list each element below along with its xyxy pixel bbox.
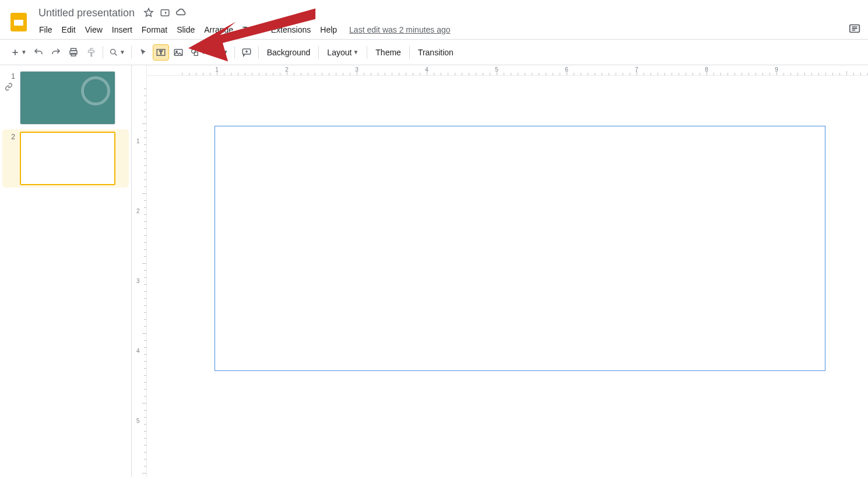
toolbar: ▼ ▼ T ▼ ▼ Background Layout▼ Theme Trans… (0, 40, 868, 65)
link-icon (5, 83, 20, 91)
svg-text:T: T (159, 50, 162, 55)
slide-canvas[interactable] (170, 88, 858, 472)
slide-stage (167, 83, 862, 471)
menu-help[interactable]: Help (316, 23, 341, 37)
document-title[interactable]: Untitled presentation (35, 6, 138, 20)
redo-button[interactable] (48, 44, 64, 61)
svg-line-20 (214, 50, 219, 55)
menu-tools[interactable]: Tools (238, 23, 266, 37)
menu-format[interactable]: Format (138, 23, 171, 37)
image-button[interactable] (170, 44, 187, 61)
menu-arrange[interactable]: Arrange (200, 23, 237, 37)
edit-status-link[interactable]: Last edit was 2 minutes ago (349, 25, 451, 34)
theme-button[interactable]: Theme (371, 44, 406, 61)
shape-button[interactable]: ▼ (188, 44, 209, 61)
slide-number: 2 (5, 132, 20, 185)
svg-point-18 (191, 49, 195, 53)
move-icon[interactable] (159, 7, 171, 19)
svg-line-13 (115, 53, 117, 55)
slide-thumbnail-1[interactable] (20, 71, 115, 125)
ruler-vertical: 12345 (132, 65, 147, 477)
paint-format-button[interactable] (83, 44, 99, 61)
line-button[interactable]: ▼ (210, 44, 231, 61)
menu-extensions[interactable]: Extensions (267, 23, 315, 37)
menu-insert[interactable]: Insert (108, 23, 136, 37)
slide-number: 1 (5, 71, 20, 80)
svg-point-12 (111, 49, 115, 54)
comment-button[interactable] (238, 44, 255, 61)
sidebar-toggle-icon[interactable] (848, 22, 861, 35)
menu-view[interactable]: View (81, 23, 107, 37)
cloud-saved-icon[interactable] (175, 7, 187, 19)
slide-thumbnail-2[interactable] (20, 132, 115, 185)
canvas-area: 12345 123456789 (132, 65, 868, 477)
star-icon[interactable] (143, 7, 154, 19)
filmstrip: 1 2 (0, 65, 132, 477)
print-button[interactable] (65, 44, 82, 61)
menu-edit[interactable]: Edit (58, 23, 80, 37)
zoom-button[interactable]: ▼ (107, 44, 128, 61)
workspace: 1 2 12345 123456789 (0, 65, 868, 477)
menu-slide[interactable]: Slide (173, 23, 199, 37)
slides-logo[interactable] (7, 7, 30, 37)
background-button[interactable]: Background (262, 44, 315, 61)
select-tool-button[interactable] (135, 44, 152, 61)
app-header: Untitled presentation File Edit View Ins… (0, 0, 868, 40)
new-slide-button[interactable]: ▼ (8, 44, 29, 61)
slide-thumb-row: 2 (2, 129, 129, 188)
textbox-placeholder[interactable] (215, 126, 825, 371)
undo-button[interactable] (30, 44, 47, 61)
textbox-tool-button[interactable]: T (153, 44, 169, 61)
ruler-horizontal: 123456789 (147, 65, 868, 76)
transition-button[interactable]: Transition (413, 44, 458, 61)
menu-file[interactable]: File (35, 23, 57, 37)
menu-bar: File Edit View Insert Format Slide Arran… (35, 21, 861, 38)
svg-rect-1 (14, 20, 23, 26)
layout-button[interactable]: Layout▼ (322, 44, 363, 61)
slide-thumb-row: 1 (5, 71, 126, 125)
